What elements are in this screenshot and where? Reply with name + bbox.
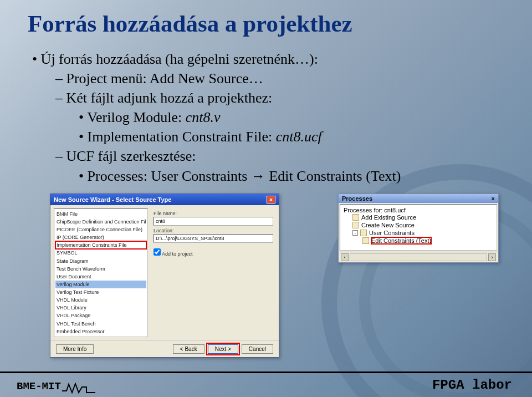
slide-title: Forrás hozzáadása a projekthez <box>28 10 504 37</box>
file-icon <box>360 230 367 236</box>
expand-icon[interactable]: - <box>352 230 358 236</box>
add-to-project-row[interactable]: Add to project <box>154 248 273 257</box>
slide-footer: BME-MIT FPGA labor <box>0 371 532 397</box>
file-icon <box>362 237 369 244</box>
source-type-item[interactable]: ChipScope Definition and Connection File <box>55 218 146 226</box>
screenshots-area: New Source Wizard - Select Source Type ×… <box>28 194 504 349</box>
close-icon[interactable]: × <box>492 195 495 202</box>
processes-subtitle: Processes for: cnt8.ucf <box>344 207 493 213</box>
cancel-button[interactable]: Cancel <box>242 344 273 354</box>
process-label: Create New Source <box>361 222 415 228</box>
source-type-item[interactable]: VHDL Module <box>55 296 146 304</box>
source-type-item[interactable]: State Diagram <box>55 257 146 265</box>
process-item[interactable]: Add Existing Source <box>344 213 493 221</box>
filename-label: File name: <box>154 211 273 216</box>
wizard-title-text: New Source Wizard - Select Source Type <box>54 196 171 203</box>
bullet-3a-em: cnt8.v <box>186 109 221 125</box>
process-label: Edit Constraints (Text) <box>371 237 431 244</box>
scroll-track[interactable] <box>350 253 487 261</box>
processes-body: Processes for: cnt8.ucf Add Existing Sou… <box>340 204 497 251</box>
more-info-button[interactable]: More Info <box>56 344 94 354</box>
wizard-buttons: More Info < Back Next > Cancel <box>50 340 279 357</box>
processes-scrollbar[interactable]: ‹ › <box>339 252 498 262</box>
bullet-3a-text: Verilog Module: <box>87 109 186 125</box>
source-type-item[interactable]: IP (CORE Generator) <box>55 233 146 241</box>
waveform-icon <box>62 383 101 394</box>
bullet-3b-em: cnt8.ucf <box>276 129 322 145</box>
processes-title-text: Processes <box>342 195 372 202</box>
wizard-right-pane: File name: Location: Add to project <box>151 205 279 340</box>
new-source-wizard: New Source Wizard - Select Source Type ×… <box>50 194 279 358</box>
bullet-3c: Processes: User Constraints → Edit Const… <box>79 166 504 186</box>
bullet-3a: Verilog Module: cnt8.v <box>79 108 504 127</box>
source-type-item[interactable]: Embedded Processor <box>55 328 146 335</box>
wizard-titlebar[interactable]: New Source Wizard - Select Source Type × <box>50 194 279 205</box>
bullet-list: Új forrás hozzáadása (ha gépelni szeretn… <box>28 49 504 186</box>
source-type-item[interactable]: VHDL Test Bench <box>55 320 146 328</box>
filename-input[interactable] <box>154 217 273 226</box>
process-item[interactable]: -User Constraints <box>344 229 493 237</box>
close-icon[interactable]: × <box>267 196 275 203</box>
location-input[interactable] <box>154 234 273 243</box>
process-item[interactable]: Edit Constraints (Text) <box>344 237 493 245</box>
scroll-left-icon[interactable]: ‹ <box>341 253 349 261</box>
source-type-item[interactable]: PICOEE (Compliance Connection File) <box>55 226 146 233</box>
process-label: User Constraints <box>369 230 415 236</box>
back-button[interactable]: < Back <box>173 344 204 354</box>
source-type-item[interactable]: VHDL Library <box>55 304 146 312</box>
source-type-item[interactable]: BMM File <box>55 210 146 218</box>
source-type-list[interactable]: BMM FileChipScope Definition and Connect… <box>54 208 148 337</box>
bullet-2c: UCF fájl szerkesztése: <box>55 146 504 166</box>
bme-mit-label: BME-MIT <box>17 380 61 393</box>
bullet-2a: Project menü: Add New Source… <box>55 69 504 88</box>
source-type-item[interactable]: VHDL Package <box>55 312 146 319</box>
bullet-3b-text: Implementation Constraint File: <box>88 129 276 145</box>
bullet-2b: Két fájlt adjunk hozzá a projekthez: <box>55 88 504 108</box>
processes-titlebar[interactable]: Processes × <box>339 194 498 203</box>
process-label: Add Existing Source <box>361 214 416 221</box>
add-to-project-checkbox[interactable] <box>154 248 161 256</box>
footer-left: BME-MIT <box>17 380 101 393</box>
file-icon <box>352 214 359 221</box>
source-type-item[interactable]: Test Bench Waveform <box>55 265 146 273</box>
source-type-item[interactable]: User Document <box>55 273 146 281</box>
processes-tree[interactable]: Add Existing SourceCreate New Source-Use… <box>344 213 493 245</box>
footer-right: FPGA labor <box>432 378 512 393</box>
scroll-right-icon[interactable]: › <box>488 253 496 261</box>
source-type-item[interactable]: Verilog Test Fixture <box>55 288 146 296</box>
source-type-item[interactable]: Verilog Module <box>55 281 146 288</box>
source-type-item[interactable]: SYMBOL <box>55 249 146 257</box>
slide-content: Forrás hozzáadása a projekthez Új forrás… <box>0 0 532 349</box>
processes-panel: Processes × Processes for: cnt8.ucf Add … <box>338 194 499 263</box>
add-to-project-label: Add to project <box>162 251 193 257</box>
location-label: Location: <box>154 228 273 233</box>
file-icon <box>352 222 359 228</box>
bullet-1: Új forrás hozzáadása (ha gépelni szeretn… <box>32 49 504 69</box>
bullet-3b: Implementation Constraint File: cnt8.ucf <box>79 127 504 146</box>
process-item[interactable]: Create New Source <box>344 221 493 229</box>
source-type-item[interactable]: Implementation Constraints File <box>55 241 146 249</box>
next-button[interactable]: Next > <box>208 344 238 354</box>
